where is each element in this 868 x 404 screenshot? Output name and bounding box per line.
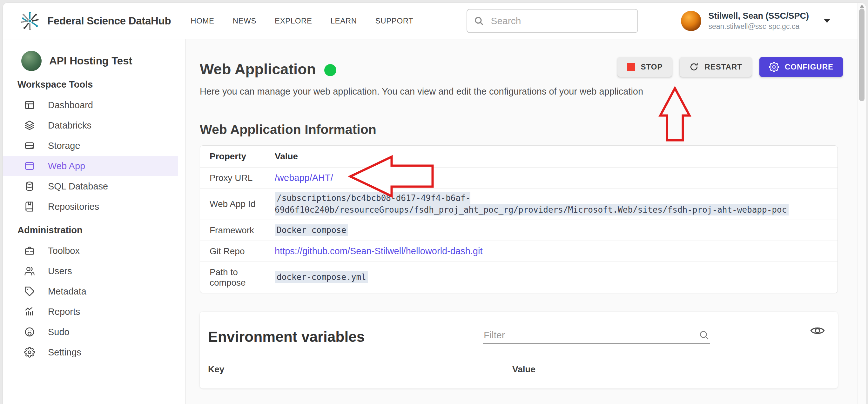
filter-input[interactable] (483, 329, 695, 341)
toolbox-icon (24, 245, 35, 257)
sidebar-item-reports[interactable]: Reports (3, 302, 185, 322)
nav-learn[interactable]: LEARN (331, 16, 357, 25)
visibility-toggle-button[interactable] (809, 323, 826, 340)
brand[interactable]: Federal Science DataHub (20, 11, 171, 31)
user-name: Stilwell, Sean (SSC/SPC) (708, 11, 809, 21)
nav-support[interactable]: SUPPORT (375, 16, 413, 25)
table-row: Git Repohttps://github.com/Sean-Stilwell… (200, 241, 838, 262)
sidebar-item-databricks[interactable]: Databricks (3, 115, 185, 136)
annotation-arrow-up (658, 86, 691, 142)
info-section-title: Web Application Information (200, 122, 838, 137)
browser-window: Federal Science DataHub HOMENEWSEXPLOREL… (3, 3, 866, 404)
env-key-header: Key (208, 364, 512, 374)
database-icon (24, 180, 35, 192)
settings-icon (24, 346, 35, 358)
filter-search-icon (699, 329, 710, 341)
sidebar-item-settings[interactable]: Settings (3, 342, 185, 363)
page-title: Web Application (200, 60, 316, 78)
repositories-icon (24, 201, 35, 212)
table-header-row: Property Value (200, 146, 838, 167)
sidebar-item-label: Reports (48, 307, 80, 317)
scroll-up-arrow-icon[interactable] (860, 5, 864, 8)
sudo-icon (24, 326, 35, 338)
sidebar-item-label: Metadata (48, 286, 86, 297)
user-menu[interactable]: Stilwell, Sean (SSC/SPC) sean.stilwell@s… (681, 11, 809, 31)
sidebar-item-label: Web App (48, 161, 85, 171)
workspace-title: API Hosting Test (49, 55, 132, 67)
property-cell: Path to compose (200, 262, 275, 293)
top-bar: Federal Science DataHub HOMENEWSEXPLOREL… (3, 3, 866, 39)
user-avatar (681, 11, 701, 31)
stop-icon (627, 63, 635, 71)
value-code: docker-compose.yml (275, 271, 368, 283)
nav-news[interactable]: NEWS (233, 16, 256, 25)
table-row: Proxy URL/webapp/AHT/ (200, 167, 838, 188)
eye-icon (809, 323, 826, 339)
chevron-down-icon[interactable] (823, 19, 831, 23)
sidebar-item-label: Settings (48, 347, 81, 358)
scrollbar[interactable] (858, 3, 866, 404)
sidebar-item-dashboard[interactable]: Dashboard (3, 95, 185, 115)
sidebar-item-label: Toolbox (48, 246, 80, 256)
property-cell: Framework (200, 220, 275, 241)
restart-label: RESTART (705, 63, 742, 71)
sidebar-item-users[interactable]: Users (3, 261, 185, 281)
user-email: sean.stilwell@ssc-spc.gc.ca (708, 22, 809, 31)
value-cell: Docker compose (275, 221, 838, 240)
sidebar-item-storage[interactable]: Storage (3, 136, 185, 156)
stop-button[interactable]: STOP (617, 57, 672, 77)
sidebar-item-repositories[interactable]: Repositories (3, 197, 185, 217)
configure-label: CONFIGURE (785, 63, 833, 71)
sidebar-item-label: Storage (48, 141, 80, 151)
table-row: Web App Id/subscriptions/bc4bcb08-d617-4… (200, 188, 838, 220)
scrollbar-thumb[interactable] (859, 8, 865, 101)
search-box[interactable] (467, 9, 638, 33)
sidebar-item-sql-database[interactable]: SQL Database (3, 176, 185, 197)
databricks-icon (24, 120, 35, 131)
sidebar: API Hosting Test Workspace ToolsDashboar… (3, 39, 186, 404)
sidebar-section-administration: Administration (3, 225, 185, 235)
reports-icon (24, 306, 35, 317)
value-cell: docker-compose.yml (275, 268, 838, 287)
status-running-dot (324, 64, 336, 76)
property-column-header: Property (200, 146, 275, 167)
sidebar-item-toolbox[interactable]: Toolbox (3, 241, 185, 261)
workspace-header[interactable]: API Hosting Test (3, 51, 185, 71)
app-title: Federal Science DataHub (47, 15, 171, 27)
sidebar-item-label: Sudo (48, 327, 69, 337)
environment-variables-card: Environment variables (200, 312, 838, 389)
metadata-icon (24, 285, 35, 297)
main-nav: HOMENEWSEXPLORELEARNSUPPORT (191, 16, 413, 25)
value-link[interactable]: /webapp/AHT/ (275, 173, 333, 183)
restart-button[interactable]: RESTART (680, 57, 752, 77)
sidebar-item-label: Databricks (48, 120, 91, 131)
property-cell: Web App Id (200, 194, 275, 214)
search-input[interactable] (490, 15, 631, 27)
sidebar-item-metadata[interactable]: Metadata (3, 281, 185, 302)
nav-home[interactable]: HOME (191, 16, 214, 25)
stop-label: STOP (641, 63, 663, 71)
value-link[interactable]: https://github.com/Sean-Stilwell/hellowo… (275, 246, 483, 256)
value-cell: https://github.com/Sean-Stilwell/hellowo… (275, 241, 838, 261)
webapp-icon (24, 160, 35, 172)
filter-field[interactable] (483, 329, 710, 344)
env-section-title: Environment variables (208, 328, 483, 345)
sidebar-item-web-app[interactable]: Web App (3, 156, 178, 176)
configure-button[interactable]: CONFIGURE (760, 57, 843, 77)
property-cell: Proxy URL (200, 168, 275, 188)
datahub-logo-icon (20, 11, 40, 31)
page-description: Here you can manage your web application… (200, 86, 838, 97)
table-row: FrameworkDocker compose (200, 220, 838, 241)
env-value-header: Value (512, 364, 535, 374)
sidebar-item-label: SQL Database (48, 181, 108, 192)
configure-gear-icon (769, 62, 779, 72)
search-icon (473, 15, 484, 26)
table-row: Path to composedocker-compose.yml (200, 262, 838, 293)
users-icon (24, 265, 35, 277)
workspace-avatar (21, 51, 41, 71)
nav-explore[interactable]: EXPLORE (275, 16, 312, 25)
web-app-info-table: Property Value Proxy URL/webapp/AHT/Web … (200, 145, 838, 293)
storage-icon (24, 140, 35, 152)
sidebar-item-sudo[interactable]: Sudo (3, 322, 185, 342)
property-cell: Git Repo (200, 241, 275, 262)
